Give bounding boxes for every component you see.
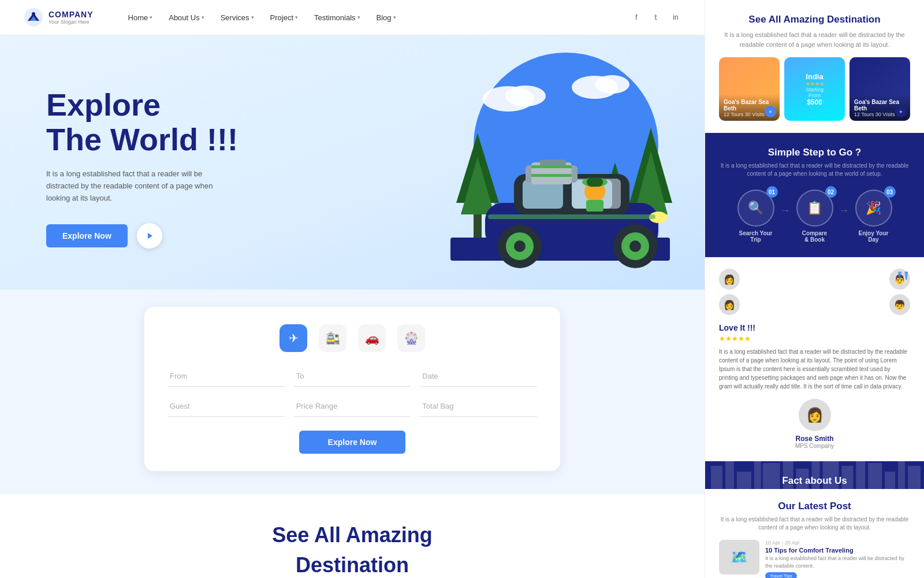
post-date-1: 10 Apr - 20 Apr: [765, 540, 910, 546]
rp-destinations-section: See All Amazing Destination It is a long…: [705, 0, 924, 133]
hero-illustration: [393, 41, 693, 284]
home-chevron: ▾: [150, 14, 152, 20]
hero-text: Explore The World !!! It is a long estab…: [46, 88, 238, 248]
right-panel: See All Amazing Destination It is a long…: [705, 0, 924, 578]
hero-buttons: Explore Now: [46, 223, 238, 249]
testimonial-title: Love It !!!: [719, 323, 910, 332]
svg-rect-51: [531, 174, 572, 177]
svg-rect-3: [754, 461, 761, 489]
search-fields-row1: [167, 366, 537, 387]
nav-blog[interactable]: Blog ▾: [377, 13, 396, 22]
svg-rect-10: [856, 461, 865, 489]
dest-card-1[interactable]: Goa's Bazar Sea Beth 12 Tours 30 Visits …: [719, 57, 780, 121]
from-input[interactable]: [167, 366, 285, 387]
dest-card-1-badge[interactable]: +: [765, 106, 776, 117]
total-bag-input[interactable]: [420, 396, 537, 417]
linkedin-icon[interactable]: in: [670, 12, 681, 23]
svg-point-22: [595, 75, 629, 94]
to-input[interactable]: [294, 366, 411, 387]
step-3-num: 03: [884, 186, 896, 198]
play-button[interactable]: [137, 223, 162, 249]
tab-train[interactable]: 🚉: [319, 324, 346, 352]
date-input[interactable]: [420, 366, 537, 387]
rp-posts-desc: It is a long established fact that a rea…: [719, 516, 910, 532]
dest-card-2-name: India: [799, 72, 830, 81]
dest-card-2-stars: ★★★★: [799, 81, 830, 87]
avatar-1: 👩: [719, 269, 740, 290]
t-avatar-3: 👩: [719, 294, 813, 315]
play-icon: [145, 231, 154, 240]
svg-marker-17: [148, 233, 152, 239]
post-title-1: 10 Tips for Comfort Traveling: [765, 547, 910, 554]
twitter-icon[interactable]: 𝕥: [650, 12, 662, 23]
svg-rect-8: [822, 461, 839, 489]
explore-now-button[interactable]: Explore Now: [46, 224, 128, 247]
step-3: 03 🎉 Enjoy YourDay: [855, 190, 892, 243]
dest-card-2[interactable]: India ★★★★ Starting From $500: [784, 57, 845, 121]
avatar-3: 👩: [719, 294, 740, 315]
t-avatar-1: 👩: [719, 269, 813, 290]
hero-title: Explore The World !!!: [46, 88, 238, 157]
author-name: Rose Smith: [795, 435, 833, 443]
nav-testimonials[interactable]: Testimonials ▾: [314, 13, 360, 22]
svg-rect-40: [587, 177, 603, 187]
post-items-list: 🗺️ 10 Apr - 20 Apr 10 Tips for Comfort T…: [719, 540, 910, 578]
svg-rect-4: [763, 463, 780, 489]
nav-services[interactable]: Services ▾: [221, 13, 254, 22]
nav-logo: COMPANY Your Slogan Here: [23, 7, 94, 28]
guest-input[interactable]: [167, 396, 285, 417]
dest-card-3-badge[interactable]: +: [895, 106, 907, 117]
post-item-1[interactable]: 🗺️ 10 Apr - 20 Apr 10 Tips for Comfort T…: [719, 540, 910, 578]
svg-rect-38: [586, 200, 603, 212]
search-section: ✈ 🚉 🚗 🎡 Explore Now: [0, 290, 705, 494]
svg-rect-12: [885, 472, 895, 489]
rp-testimonial-section: " 👩 👨 👩 👦 Love It !!! ★★★★★ It is a long…: [705, 257, 924, 461]
step-1-num: 01: [766, 186, 778, 198]
post-info-1: 10 Apr - 20 Apr 10 Tips for Comfort Trav…: [765, 540, 910, 578]
dest-card-3[interactable]: Goa's Bazar Sea Beth 12 Tours 30 Visits …: [850, 57, 910, 121]
logo-icon: [23, 7, 44, 28]
nav-home[interactable]: Home ▾: [128, 13, 153, 22]
nav-project[interactable]: Project ▾: [270, 13, 298, 22]
search-tabs: ✈ 🚉 🚗 🎡: [167, 324, 537, 352]
post-thumb-1: 🗺️: [719, 540, 759, 575]
svg-rect-50: [531, 165, 572, 168]
rp-dest-title: See All Amazing Destination: [719, 14, 910, 25]
rp-dest-desc: It is a long established fact that a rea…: [719, 30, 910, 49]
skyline-svg: [705, 461, 924, 489]
svg-point-46: [629, 240, 641, 252]
svg-rect-1: [725, 461, 734, 489]
tab-flight[interactable]: ✈: [280, 324, 307, 352]
hero-desc: It is a long established fact that a rea…: [46, 168, 231, 204]
services-chevron: ▾: [251, 14, 254, 20]
svg-point-20: [505, 86, 546, 106]
svg-point-16: [32, 12, 35, 16]
step-1-icon: 🔍: [748, 201, 763, 216]
post-badge-1: Travel Tips: [765, 572, 797, 578]
about-chevron: ▾: [202, 14, 204, 20]
dest-cards-row: Goa's Bazar Sea Beth 12 Tours 30 Visits …: [719, 57, 910, 121]
facebook-icon[interactable]: f: [631, 12, 642, 23]
svg-rect-13: [898, 461, 905, 489]
main-content: COMPANY Your Slogan Here Home ▾ About Us…: [0, 0, 705, 578]
testimonials-chevron: ▾: [357, 14, 360, 20]
svg-rect-53: [488, 214, 655, 219]
search-fields-row2: [167, 396, 537, 417]
search-explore-button[interactable]: Explore Now: [299, 431, 406, 454]
nav-about[interactable]: About Us ▾: [169, 13, 204, 22]
step-2: 02 📋 Compare& Book: [796, 190, 833, 243]
step-connector-1: →: [780, 205, 791, 217]
step-2-label: Compare& Book: [802, 230, 827, 243]
search-card: ✈ 🚉 🚗 🎡 Explore Now: [144, 307, 560, 471]
project-chevron: ▾: [295, 14, 298, 20]
tab-activity[interactable]: 🎡: [397, 324, 425, 352]
price-range-input[interactable]: [294, 396, 411, 417]
step-3-icon: 🎉: [866, 201, 881, 216]
rp-steps-title: Simple Step to Go ?: [719, 147, 910, 158]
quote-mark: ": [896, 269, 911, 297]
navbar: COMPANY Your Slogan Here Home ▾ About Us…: [0, 0, 705, 35]
tab-car[interactable]: 🚗: [358, 324, 386, 352]
svg-rect-6: [796, 469, 809, 489]
testimonial-author: 👩 Rose Smith MPS Company: [719, 399, 910, 449]
hero-section: Explore The World !!! It is a long estab…: [0, 35, 705, 290]
